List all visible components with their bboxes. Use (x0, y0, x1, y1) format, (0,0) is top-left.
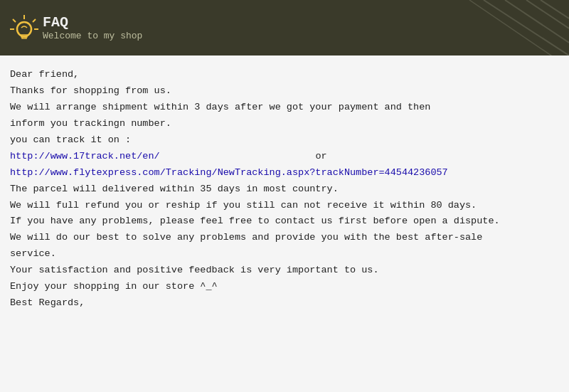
url1-link[interactable]: http://www.17track.net/en/ (10, 151, 160, 161)
line-enjoy: Enjoy your shopping in our store ^_^ (10, 279, 559, 295)
line-urls: http://www.17track.net/en/ or (10, 149, 559, 165)
svg-line-8 (484, 0, 569, 55)
header-title: FAQ (43, 14, 142, 31)
line-shipment: We will arrange shipment within 3 days a… (10, 100, 559, 116)
svg-line-11 (541, 0, 569, 18)
line-thanks: Thanks for shopping from us. (10, 83, 559, 100)
svg-line-1 (33, 19, 36, 22)
line-parcel: The parcel will delivered within 35 days… (10, 181, 559, 198)
logo-icon (9, 14, 37, 42)
header-decoration (427, 0, 569, 55)
line-problems: If you have any problems, please feel fr… (10, 213, 559, 230)
svg-line-3 (13, 19, 16, 22)
line-regards: Best Regards, (10, 295, 559, 312)
line-url2: http://www.flytexpress.com/Tracking/NewT… (10, 165, 559, 181)
header-text: FAQ Welcome to my shop (43, 14, 142, 41)
line-inform: inform you trackingn number. (10, 116, 559, 132)
svg-rect-7 (22, 37, 26, 38)
header: FAQ Welcome to my shop (0, 0, 569, 55)
line-best-service: We will do our best to solve any problem… (10, 230, 559, 246)
line-track-intro: you can track it on : (10, 132, 559, 149)
line-dear-friend: Dear friend, (10, 67, 559, 83)
svg-point-5 (17, 22, 31, 36)
line-refund: We will full refund you or reship if you… (10, 198, 559, 214)
url2-link[interactable]: http://www.flytexpress.com/Tracking/NewT… (10, 167, 448, 178)
line-satisfaction: Your satisfaction and positive feedback … (10, 263, 559, 279)
content-area: Dear friend, Thanks for shopping from us… (0, 55, 569, 392)
header-subtitle: Welcome to my shop (43, 31, 142, 41)
line-service: service. (10, 246, 559, 263)
or-text: or (315, 151, 326, 161)
